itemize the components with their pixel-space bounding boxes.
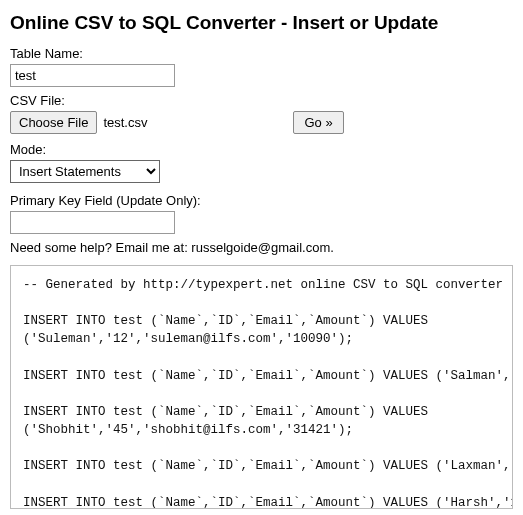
file-name-text: test.csv bbox=[103, 115, 147, 130]
primary-key-input[interactable] bbox=[10, 211, 175, 234]
primary-key-label: Primary Key Field (Update Only): bbox=[10, 193, 513, 208]
choose-file-button[interactable]: Choose File bbox=[10, 111, 97, 134]
csv-file-label: CSV File: bbox=[10, 93, 513, 108]
mode-label: Mode: bbox=[10, 142, 513, 157]
page-title: Online CSV to SQL Converter - Insert or … bbox=[10, 12, 513, 34]
mode-select[interactable]: Insert Statements bbox=[10, 160, 160, 183]
table-name-input[interactable] bbox=[10, 64, 175, 87]
help-text: Need some help? Email me at: russelgoide… bbox=[10, 240, 513, 255]
sql-output: -- Generated by http://typexpert.net onl… bbox=[10, 265, 513, 509]
table-name-label: Table Name: bbox=[10, 46, 513, 61]
go-button[interactable]: Go » bbox=[293, 111, 343, 134]
